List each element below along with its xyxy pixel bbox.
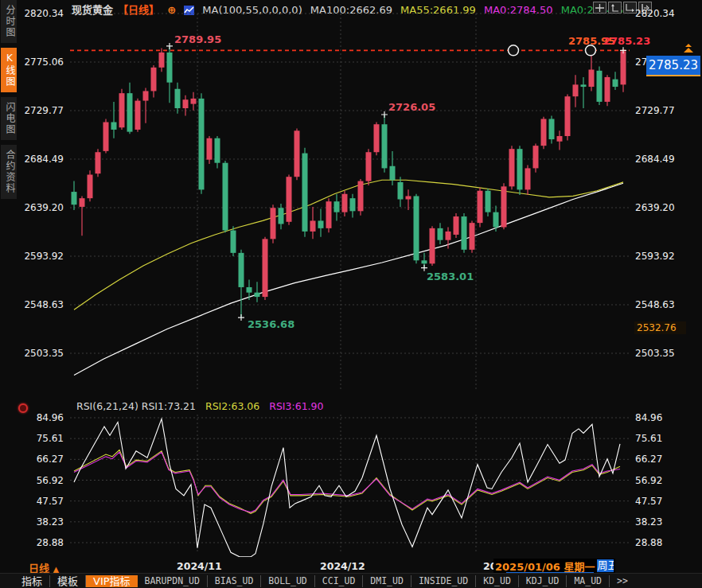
tab-boll-ud[interactable]: BOLL_UD — [261, 575, 314, 587]
candle-body — [318, 220, 324, 228]
tab-barupdn-ud[interactable]: BARUPDN_UD — [138, 575, 208, 587]
axis-tick-label: 2684.49 — [24, 154, 64, 165]
candle-body — [597, 71, 603, 102]
tab-inside-ud[interactable]: INSIDE_UD — [411, 575, 476, 587]
axis-tick-label: 56.92 — [635, 475, 683, 486]
candle-body — [438, 228, 443, 240]
candle-body — [501, 186, 507, 227]
rsi1-value: RSI(6,21,24) RSI1:73.21 — [76, 400, 196, 412]
candle-body — [589, 70, 595, 88]
rsi-line-rsi1 — [74, 419, 620, 557]
candle-body — [398, 182, 404, 200]
candle-body — [517, 149, 523, 189]
candle-body — [533, 146, 539, 168]
axis-tick-label: 38.23 — [635, 516, 683, 528]
candle-body — [565, 96, 571, 136]
candle-body — [326, 201, 332, 228]
indicator-settings-icon[interactable] — [18, 403, 28, 413]
axis-tick-label: 2820.34 — [635, 8, 683, 19]
axis-tick-label: 2820.34 — [24, 8, 64, 19]
month-label-dec: 2024/12 — [320, 560, 365, 572]
tab-ma-ud[interactable]: MA_UD — [567, 575, 610, 587]
candle-body — [334, 201, 340, 212]
tab-templates[interactable]: 模板 — [50, 575, 86, 587]
axis-tick-label: 66.27 — [24, 454, 64, 465]
candle-body — [119, 93, 125, 127]
extreme-marker-cross — [238, 314, 244, 321]
price-annotation: 2789.95 — [174, 33, 221, 45]
candle-body — [287, 177, 292, 222]
candle-body — [549, 119, 555, 139]
candle-body — [239, 253, 244, 287]
axis-tick-label: 47.57 — [635, 496, 683, 507]
candle-body — [103, 123, 109, 151]
rsi-line-rsi3 — [74, 452, 620, 512]
candle-body — [175, 89, 181, 108]
tab-more[interactable]: >> — [610, 575, 635, 587]
tab-vip-indicators[interactable]: VIP指标 — [86, 575, 138, 587]
chart-canvas[interactable]: 2789.952726.052536.682583.012785.952785.… — [0, 0, 702, 557]
axis-tick-label: 28.88 — [24, 537, 64, 548]
candle-body — [223, 163, 228, 231]
rsi2-value: RSI2:63.06 — [205, 400, 259, 412]
tab-kd-ud[interactable]: KD_UD — [476, 575, 519, 587]
extreme-marker-cross — [166, 43, 173, 49]
candle-body — [310, 220, 316, 231]
candle-body — [302, 154, 308, 232]
axis-tick-label: 2639.20 — [24, 202, 64, 213]
candle-body — [414, 196, 419, 260]
axis-tick-label: 75.61 — [635, 433, 683, 444]
axis-tick-label: 28.88 — [635, 537, 683, 548]
tab-cci-ud[interactable]: CCI_UD — [315, 575, 364, 587]
tooltip-date-text: 2025/01/06 星期一 — [495, 559, 595, 574]
candle-body — [342, 194, 348, 212]
candle-body — [247, 287, 252, 293]
trading-app-window: 分时图 K线图 闪电图 合约资料 现货黄金【日线】 ⊕ MA(100,55,0,… — [0, 0, 702, 588]
candle-body — [207, 138, 213, 160]
candle-body — [573, 84, 579, 96]
axis-tick-label: 2775.06 — [24, 56, 64, 68]
candle-body — [605, 77, 610, 102]
axis-tick-label: 2548.63 — [24, 299, 64, 310]
axis-tick-label: 2503.35 — [24, 348, 64, 359]
candle-body — [374, 124, 380, 152]
candle-body — [151, 68, 157, 92]
candle-body — [486, 191, 491, 212]
price-annotation: 2536.68 — [248, 318, 294, 330]
candle-body — [111, 123, 117, 130]
candle-body — [279, 208, 284, 224]
price-annotation: 2583.01 — [427, 271, 474, 282]
axis-tick-label: 84.96 — [24, 412, 64, 423]
axis-tick-label: 2684.49 — [635, 154, 683, 165]
candle-body — [263, 239, 268, 297]
tab-indicators[interactable]: 指标 — [14, 575, 50, 587]
price-annotation: 2785.23 — [603, 35, 650, 47]
tab-kdj-ud[interactable]: KDJ_UD — [519, 575, 567, 587]
candle-body — [478, 191, 483, 223]
candle-body — [470, 223, 475, 250]
axis-tick-label: 2729.77 — [24, 105, 64, 116]
candle-body — [390, 166, 396, 181]
candle-body — [127, 93, 133, 131]
candle-body — [382, 124, 388, 168]
candle-body — [80, 198, 85, 207]
candle-body — [294, 130, 300, 177]
candle-body — [493, 212, 499, 228]
candle-body — [159, 53, 165, 68]
candle-body — [509, 149, 515, 186]
tooltip-weekday-tag: 周五 — [597, 559, 614, 572]
axis-tick-label: 2548.63 — [635, 299, 683, 310]
candle-body — [525, 168, 531, 189]
tab-dmi-ud[interactable]: DMI_UD — [363, 575, 411, 587]
candle-body — [231, 231, 236, 253]
candle-body — [366, 152, 372, 181]
tab-bias-ud[interactable]: BIAS_UD — [208, 575, 261, 587]
candle-body — [88, 175, 93, 199]
ma55-line — [74, 180, 623, 310]
candle-body — [350, 198, 356, 211]
date-tooltip: 2025/01/06 星期一 周五 — [493, 559, 615, 573]
alert-line-handle[interactable] — [509, 45, 519, 56]
axis-tick-label: 75.61 — [24, 433, 64, 444]
candle-body — [143, 91, 149, 100]
rsi3-value: RSI3:61.90 — [269, 400, 323, 412]
